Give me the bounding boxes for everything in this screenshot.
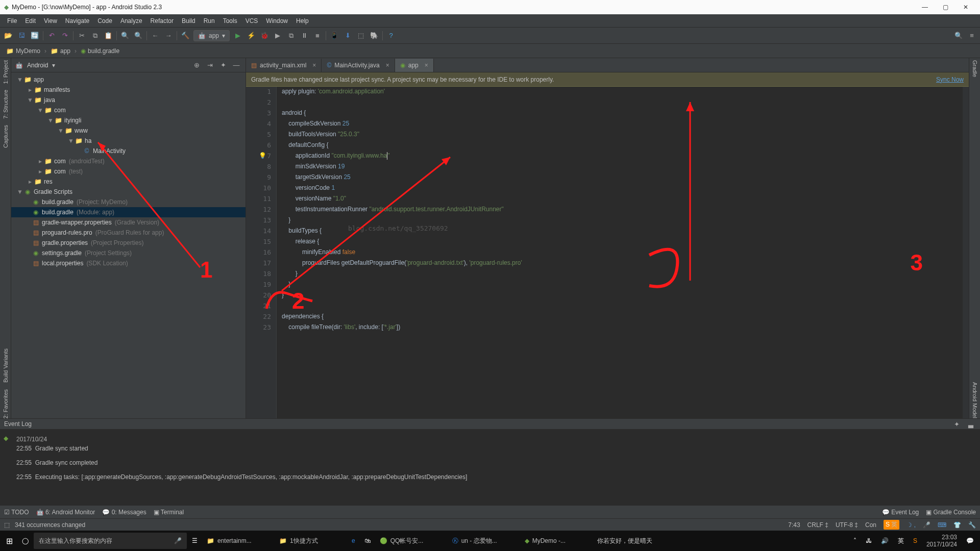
tray-network-icon[interactable]: 🖧 (862, 533, 876, 549)
project-tree[interactable]: ▼📁app ▸📁manifests ▼📁java ▼📁com ▼📁ityingl… (11, 72, 246, 418)
menu-analyze[interactable]: Analyze (116, 17, 146, 24)
sidetab-favorites[interactable]: 2: Favorites (3, 389, 9, 418)
menu-refactor[interactable]: Refactor (146, 17, 178, 24)
menu-view[interactable]: View (40, 17, 61, 24)
menu-code[interactable]: Code (93, 17, 116, 24)
toolwin-todo[interactable]: ☑ TODO (4, 509, 29, 516)
run-icon[interactable]: ▶ (233, 31, 243, 41)
ime-keyboard-icon[interactable]: ⌨ (938, 521, 946, 529)
tree-java[interactable]: ▼📁java (11, 95, 246, 105)
settings-icon[interactable]: ≡ (967, 31, 977, 41)
paste-icon[interactable]: 📋 (103, 31, 113, 41)
tree-com-test[interactable]: ▸📁com(test) (11, 166, 246, 177)
close-icon[interactable]: × (425, 62, 428, 69)
sidetab-captures[interactable]: Captures (3, 125, 9, 148)
task-chrome[interactable]: 🟢QQ帐号安... (376, 533, 447, 549)
avd-icon[interactable]: 📱 (329, 31, 339, 41)
open-icon[interactable]: 📂 (3, 31, 13, 41)
menu-file[interactable]: File (3, 17, 21, 24)
gear-icon[interactable]: ✦ (218, 60, 228, 70)
replace-icon[interactable]: 🔍 (133, 31, 143, 41)
toolwin-messages[interactable]: 💬 0: Messages (102, 509, 146, 516)
status-position[interactable]: 7:43 (788, 521, 800, 529)
back-icon[interactable]: ← (150, 31, 160, 41)
close-icon[interactable]: × (386, 62, 389, 69)
ime-indicator[interactable]: S 英 (884, 520, 899, 530)
mic-icon[interactable]: 🎤 (174, 537, 182, 544)
code-editor[interactable]: 1234567891011121314151617181920212223 ap… (246, 87, 969, 418)
menu-vcs[interactable]: VCS (241, 17, 262, 24)
apply-changes-icon[interactable]: ⚡ (246, 31, 256, 41)
tree-com-androidtest[interactable]: ▸📁com(androidTest) (11, 156, 246, 166)
close-icon[interactable]: × (312, 62, 316, 69)
tree-settings-gradle[interactable]: ◉settings.gradle(Project Settings) (11, 248, 246, 258)
task-shortcut[interactable]: 📁1快捷方式 (275, 533, 347, 549)
task-store[interactable]: 🛍 (360, 533, 375, 549)
project-view-selector[interactable]: Android (27, 62, 48, 69)
minimize-button[interactable]: — (915, 4, 935, 11)
sidetab-structure[interactable]: 7: Structure (3, 90, 9, 119)
tree-ha[interactable]: ▼📁ha (11, 136, 246, 146)
tree-ityingli[interactable]: ▼📁ityingli (11, 115, 246, 126)
sync-icon[interactable]: 🔄 (30, 31, 40, 41)
menu-tools[interactable]: Tools (219, 17, 241, 24)
menu-help[interactable]: Help (292, 17, 313, 24)
cortana-button[interactable]: ◯ (18, 533, 33, 549)
status-icon[interactable]: ⬚ (4, 521, 10, 529)
profile-icon[interactable]: ⧉ (286, 31, 296, 41)
redo-icon[interactable]: ↷ (60, 31, 70, 41)
close-button[interactable]: ✕ (955, 4, 976, 11)
cut-icon[interactable]: ✂ (77, 31, 87, 41)
tab-activity-main[interactable]: ▤activity_main.xml× (246, 59, 322, 72)
task-kugou[interactable]: Ⓚun - 恋爱物... (448, 533, 520, 549)
ime-tool-icon[interactable]: 🔧 (968, 521, 976, 529)
menu-run[interactable]: Run (200, 17, 219, 24)
tray-ime-icon[interactable]: 英 (894, 533, 908, 549)
task-entertainment[interactable]: 📁entertainm... (203, 533, 274, 549)
ime-moon-icon[interactable]: ☽ , (906, 521, 916, 529)
tree-manifests[interactable]: ▸📁manifests (11, 85, 246, 95)
status-line-sep[interactable]: CRLF ‡ (807, 521, 828, 529)
tab-mainactivity[interactable]: ©MainActivity.java× (322, 59, 395, 72)
menu-window[interactable]: Window (262, 17, 292, 24)
tree-gradle-wrapper[interactable]: ▤gradle-wrapper.properties(Gradle Versio… (11, 217, 246, 228)
stop-icon[interactable]: ■ (312, 31, 323, 41)
attach-icon[interactable]: ⏸ (299, 31, 309, 41)
taskbar-clock[interactable]: 23:03 2017/10/24 (922, 534, 961, 548)
action-center-icon[interactable]: 💬 (962, 533, 978, 549)
scroll-from-source-icon[interactable]: ⊕ (191, 60, 202, 70)
search-everywhere-icon[interactable]: 🔍 (953, 31, 964, 41)
start-button[interactable]: ⊞ (2, 533, 17, 549)
ime-mic-icon[interactable]: 🎤 (923, 521, 930, 529)
collapse-icon[interactable]: ⇥ (205, 60, 215, 70)
tree-mainactivity[interactable]: ©MainActivity (11, 146, 246, 156)
maximize-button[interactable]: ▢ (935, 4, 955, 11)
tree-proguard[interactable]: ▤proguard-rules.pro(ProGuard Rules for a… (11, 228, 246, 238)
tray-sogou-icon[interactable]: S (909, 533, 921, 549)
menu-edit[interactable]: Edit (21, 17, 40, 24)
crumb-buildgradle[interactable]: ◉build.gradle (79, 47, 121, 55)
intention-bulb-icon[interactable]: 💡 (259, 152, 266, 159)
tree-www[interactable]: ▼📁www (11, 126, 246, 136)
coverage-icon[interactable]: ▶ (273, 31, 283, 41)
gear-icon[interactable]: ✦ (951, 419, 962, 429)
hide-icon[interactable]: ▃ (966, 419, 976, 429)
toolwin-gradle-console[interactable]: ▣ Gradle Console (926, 509, 976, 516)
task-edge[interactable]: e (348, 533, 359, 549)
sidetab-android-model[interactable]: Android Model (972, 382, 978, 418)
taskbar-search[interactable]: 在这里输入你要搜索的内容 🎤 (34, 533, 187, 549)
tree-buildgradle-app[interactable]: ◉build.gradle(Module: app) (11, 207, 246, 217)
hide-icon[interactable]: — (231, 60, 241, 70)
make-icon[interactable]: 🔨 (180, 31, 190, 41)
tab-app[interactable]: ◉app× (395, 59, 434, 72)
status-encoding[interactable]: UTF-8 ‡ (836, 521, 858, 529)
gradle-sync-icon[interactable]: 🐘 (369, 31, 379, 41)
status-context[interactable]: Con (865, 521, 876, 529)
code-content[interactable]: apply plugin: 'com.android.application' … (277, 87, 969, 418)
ime-skin-icon[interactable]: 👕 (953, 521, 961, 529)
menu-navigate[interactable]: Navigate (61, 17, 93, 24)
toolwin-terminal[interactable]: ▣ Terminal (154, 509, 184, 516)
structure-icon[interactable]: ⬚ (356, 31, 366, 41)
forward-icon[interactable]: → (163, 31, 174, 41)
sidetab-build-variants[interactable]: Build Variants (3, 348, 9, 383)
